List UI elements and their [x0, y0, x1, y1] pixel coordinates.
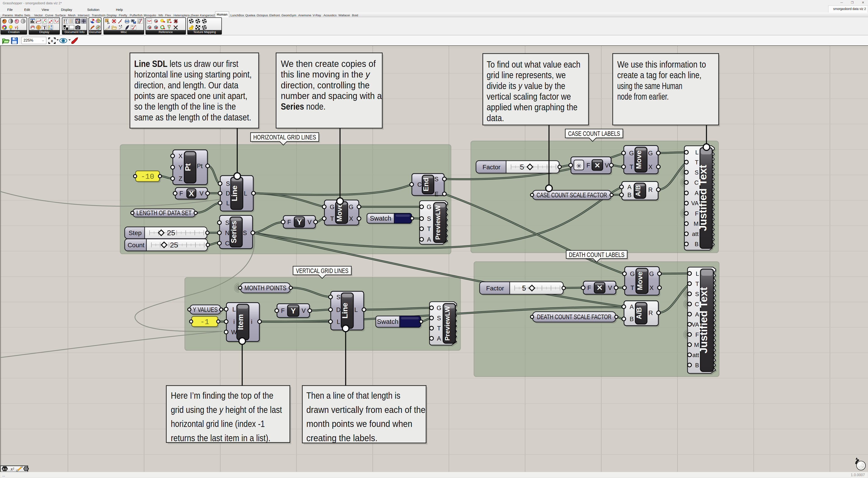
svg-text:T: T	[695, 280, 699, 287]
svg-text:X: X	[648, 163, 652, 171]
svg-text:F: F	[287, 219, 291, 226]
svg-text:0.1: 0.1	[3, 467, 7, 471]
svg-text:direction, controlling the: direction, controlling the	[281, 80, 370, 90]
svg-text:T: T	[427, 226, 431, 232]
svg-text:X: X	[349, 215, 353, 222]
svg-text:B: B	[627, 192, 631, 199]
svg-text:data.: data.	[487, 113, 504, 123]
svg-text:grid line represents, we: grid line represents, we	[487, 70, 566, 80]
svg-text:L: L	[695, 149, 699, 156]
svg-text:V: V	[308, 219, 312, 226]
svg-text:-10: -10	[141, 173, 154, 181]
svg-text:V: V	[608, 285, 612, 291]
svg-text:Item: Item	[236, 314, 245, 330]
svg-text:G: G	[330, 204, 334, 210]
svg-text:applied when graphing the: applied when graphing the	[487, 102, 578, 112]
svg-text:points are spaced one unit apa: points are spaced one unit apart,	[134, 91, 247, 101]
svg-text:F: F	[179, 190, 183, 197]
svg-text:G: G	[630, 271, 634, 277]
svg-text:T: T	[695, 159, 699, 166]
svg-text:S: S	[437, 315, 441, 322]
svg-text:A: A	[627, 184, 631, 190]
svg-text:horizontal line using starting: horizontal line using starting point,	[134, 69, 252, 79]
svg-text:G: G	[649, 271, 654, 277]
svg-text:T: T	[630, 285, 634, 291]
svg-text:G: G	[349, 204, 353, 210]
svg-text:this line moving in the y: this line moving in the y	[281, 69, 371, 79]
svg-text:X: X	[650, 285, 654, 291]
svg-text:S: S	[427, 215, 431, 222]
svg-text:create a tag for each line,: create a tag for each line,	[617, 70, 702, 80]
svg-text:Factor: Factor	[483, 163, 500, 171]
svg-text:✕: ✕	[596, 283, 603, 292]
svg-text:Y: Y	[297, 218, 302, 226]
svg-text:Here I’m finding the top of th: Here I’m finding the top of the	[171, 391, 273, 400]
svg-text:S: S	[336, 294, 340, 301]
svg-text:Series node.: Series node.	[281, 101, 326, 112]
svg-text:We use this information to: We use this information to	[617, 59, 706, 69]
svg-text:V: V	[605, 162, 609, 169]
svg-text:Justified Text: Justified Text	[698, 287, 709, 353]
svg-text:T: T	[330, 215, 334, 222]
svg-text:DEATH COUNT LABELS: DEATH COUNT LABELS	[569, 251, 624, 258]
svg-text:G: G	[629, 150, 634, 157]
svg-text:L: L	[232, 306, 236, 313]
svg-text:S: S	[243, 230, 247, 236]
svg-text:PreviewLW: PreviewLW	[434, 205, 441, 240]
svg-text:i: i	[251, 319, 252, 325]
svg-text:A: A	[437, 335, 441, 342]
svg-text:...: ...	[2, 473, 5, 477]
svg-text:Swatch: Swatch	[370, 215, 391, 222]
svg-text:End: End	[422, 178, 430, 191]
svg-text:5: 5	[522, 284, 526, 292]
svg-text:X: X	[179, 153, 183, 159]
svg-text:L: L	[226, 200, 229, 207]
svg-text:B: B	[695, 362, 699, 369]
svg-text:C: C	[417, 181, 422, 188]
svg-text:Move: Move	[636, 272, 644, 290]
svg-text:L: L	[354, 306, 358, 313]
svg-text:R: R	[648, 186, 653, 193]
svg-text:creating the labels.: creating the labels.	[306, 433, 377, 443]
svg-text:divide its y value by the: divide its y value by the	[487, 81, 565, 91]
svg-text:Move: Move	[336, 204, 343, 221]
svg-text:att: att	[692, 231, 699, 237]
svg-text:G: G	[648, 150, 653, 157]
svg-text:Series: Series	[229, 221, 238, 243]
svg-text:same as the length of the data: same as the length of the dataset.	[134, 112, 251, 122]
svg-text:Pt: Pt	[183, 163, 192, 171]
svg-text:1.0.0007: 1.0.0007	[851, 473, 865, 477]
svg-text:Z: Z	[179, 175, 183, 182]
svg-text:S: S	[225, 219, 229, 226]
svg-text:Y: Y	[179, 164, 183, 171]
svg-text:D: D	[226, 190, 230, 197]
svg-text:Y: Y	[291, 306, 296, 315]
svg-text:B: B	[695, 241, 699, 247]
svg-text:V: V	[199, 190, 204, 197]
svg-text:CASE COUNT SCALE FACTOR: CASE COUNT SCALE FACTOR	[536, 191, 607, 199]
svg-text:✕: ✕	[594, 161, 600, 170]
svg-text:✳: ✳	[576, 162, 582, 170]
svg-text:5: 5	[520, 163, 524, 171]
svg-text:Step: Step	[129, 230, 142, 236]
svg-text:F: F	[587, 285, 591, 291]
svg-text:MONTH POINTS: MONTH POINTS	[244, 284, 286, 292]
svg-text:Pt: Pt	[197, 163, 203, 170]
svg-text:T: T	[630, 163, 633, 171]
svg-text:Swatch: Swatch	[377, 318, 398, 325]
svg-text:B: B	[630, 316, 634, 323]
svg-text:vertical scaling factor we: vertical scaling factor we	[487, 92, 571, 101]
svg-text:Line: Line	[230, 185, 239, 201]
svg-text:L: L	[337, 319, 340, 325]
svg-text:Count: Count	[128, 242, 145, 248]
svg-text:PreviewLW: PreviewLW	[444, 306, 451, 341]
svg-text:L: L	[244, 190, 247, 197]
svg-text:T: T	[437, 325, 441, 332]
svg-text:S: S	[434, 176, 438, 183]
svg-text:C: C	[225, 240, 229, 247]
svg-text:-1: -1	[200, 318, 209, 326]
svg-text:Line SDL lets us draw our firs: Line SDL lets us draw our first	[134, 59, 238, 69]
svg-text:number and spacing with a: number and spacing with a	[281, 91, 382, 101]
svg-text:LENGTH OF DATA SET: LENGTH OF DATA SET	[136, 209, 192, 216]
svg-text:E: E	[434, 191, 438, 198]
